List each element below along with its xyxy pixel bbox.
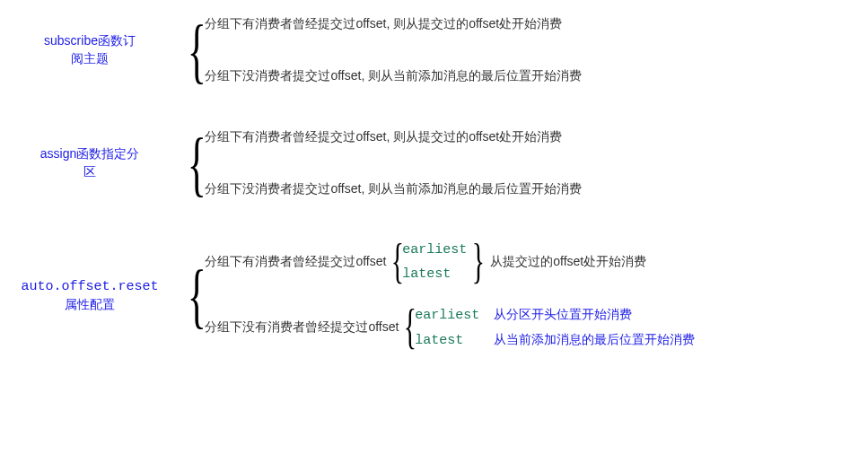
branch1-result: 从提交过的offset处开始消费 xyxy=(490,254,646,270)
branch-text: 分组下没消费者提交过offset, 则从当前添加消息的最后位置开始消费 xyxy=(205,68,582,84)
branch-no-offset: 分组下没有消费者曾经提交过offset { earliest 从分区开头位置开始… xyxy=(205,307,695,348)
branch1-options: earliest latest xyxy=(402,242,467,282)
option-row: latest 从当前添加消息的最后位置开始消费 xyxy=(415,332,695,348)
section-assign: assign函数指定分 区 { 分组下有消费者曾经提交过offset, 则从提交… xyxy=(0,129,868,197)
label-line1: auto.offset.reset xyxy=(21,279,158,294)
brace-icon: { xyxy=(188,144,206,183)
section-auto-offset-reset: auto.offset.reset 属性配置 { 分组下有消费者曾经提交过off… xyxy=(0,242,868,348)
option-earliest: earliest xyxy=(402,242,467,258)
brace-close-icon: } xyxy=(472,249,485,275)
branches-assign: 分组下有消费者曾经提交过offset, 则从提交过的offset处开始消费 分组… xyxy=(205,129,582,197)
option-desc: 从分区开头位置开始消费 xyxy=(494,307,632,323)
label-line1: assign函数指定分 xyxy=(40,146,139,161)
label-line2: 阅主题 xyxy=(71,51,109,65)
brace-open-icon: { xyxy=(404,314,416,341)
label-assign: assign函数指定分 区 xyxy=(0,145,180,180)
branches-subscribe: 分组下有消费者曾经提交过offset, 则从提交过的offset处开始消费 分组… xyxy=(205,16,582,84)
branch1-prefix: 分组下有消费者曾经提交过offset xyxy=(205,254,386,270)
label-auto-offset: auto.offset.reset 属性配置 xyxy=(0,277,180,314)
branches-auto-offset: 分组下有消费者曾经提交过offset { earliest latest } 从… xyxy=(205,242,695,348)
branch-text: 分组下有消费者曾经提交过offset, 则从提交过的offset处开始消费 xyxy=(205,16,582,32)
option-earliest: earliest xyxy=(415,308,483,323)
option-latest: latest xyxy=(415,333,483,348)
option-latest: latest xyxy=(402,266,467,282)
label-subscribe: subscribe函数订 阅主题 xyxy=(0,32,180,67)
branch2-prefix: 分组下没有消费者曾经提交过offset xyxy=(205,319,399,336)
branch2-options: earliest 从分区开头位置开始消费 latest 从当前添加消息的最后位置… xyxy=(415,307,695,348)
branch-text: 分组下没消费者提交过offset, 则从当前添加消息的最后位置开始消费 xyxy=(205,181,582,197)
option-row: earliest 从分区开头位置开始消费 xyxy=(415,307,695,323)
option-desc: 从当前添加消息的最后位置开始消费 xyxy=(494,332,695,348)
section-subscribe: subscribe函数订 阅主题 { 分组下有消费者曾经提交过offset, 则… xyxy=(0,16,868,84)
label-line1: subscribe函数订 xyxy=(44,33,136,48)
branch-text: 分组下有消费者曾经提交过offset, 则从提交过的offset处开始消费 xyxy=(205,129,582,145)
brace-icon: { xyxy=(188,275,206,315)
label-line2: 属性配置 xyxy=(65,297,115,311)
brace-icon: { xyxy=(188,31,206,70)
label-line2: 区 xyxy=(83,164,96,179)
branch-has-offset: 分组下有消费者曾经提交过offset { earliest latest } 从… xyxy=(205,242,695,282)
brace-open-icon: { xyxy=(391,249,404,275)
